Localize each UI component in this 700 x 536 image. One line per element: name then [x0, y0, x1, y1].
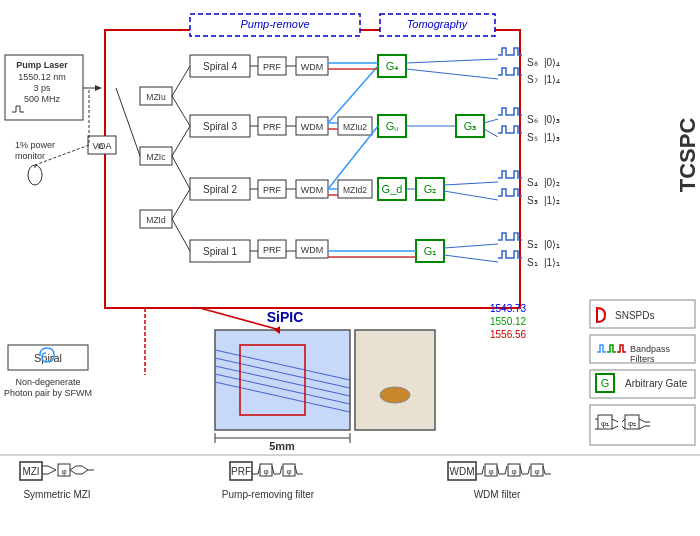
svg-rect-41	[378, 115, 406, 137]
svg-rect-1	[190, 14, 360, 36]
svg-rect-23	[258, 180, 286, 198]
svg-line-156	[639, 426, 645, 429]
svg-text:Spiral 1: Spiral 1	[203, 246, 237, 257]
svg-rect-25	[258, 240, 286, 258]
svg-text:G_d: G_d	[382, 183, 403, 195]
svg-line-115	[116, 88, 140, 156]
svg-text:|1⟩₂: |1⟩₂	[544, 195, 560, 206]
svg-text:Spiral 2: Spiral 2	[203, 184, 237, 195]
svg-line-120	[215, 350, 350, 380]
svg-text:PRF: PRF	[231, 466, 251, 477]
svg-line-121	[215, 358, 350, 388]
svg-line-189	[272, 466, 274, 474]
svg-text:MZIc: MZIc	[147, 152, 167, 162]
svg-line-179	[82, 466, 88, 470]
svg-line-176	[70, 470, 76, 474]
svg-rect-110	[88, 136, 116, 154]
svg-text:S₇: S₇	[527, 74, 538, 85]
svg-line-77	[328, 66, 378, 123]
svg-text:Pump-removing filter: Pump-removing filter	[222, 489, 315, 500]
svg-text:G₂: G₂	[424, 183, 437, 195]
svg-rect-119	[215, 330, 350, 430]
svg-line-194	[295, 466, 297, 474]
svg-text:S₄: S₄	[527, 177, 538, 188]
svg-text:1550.12: 1550.12	[490, 316, 527, 327]
svg-text:Pump-remove: Pump-remove	[240, 18, 309, 30]
svg-rect-183	[230, 462, 252, 480]
svg-line-205	[505, 466, 507, 474]
svg-rect-126	[355, 330, 435, 430]
svg-text:G₄: G₄	[386, 60, 400, 72]
svg-text:SiPIC: SiPIC	[267, 309, 304, 325]
svg-line-86	[406, 59, 498, 63]
svg-text:monitor: monitor	[15, 151, 45, 161]
svg-rect-140	[590, 370, 695, 398]
svg-rect-197	[448, 462, 476, 480]
svg-text:TCSPC: TCSPC	[675, 118, 700, 193]
diagram-container: Pump-remove Tomography Spiral 4 Spiral 3…	[0, 0, 700, 536]
svg-line-80	[328, 126, 378, 189]
svg-text:MZId2: MZId2	[343, 185, 367, 195]
svg-text:PRF: PRF	[263, 62, 282, 72]
svg-text:1556.56: 1556.56	[490, 329, 527, 340]
svg-text:φ₁: φ₁	[601, 419, 609, 428]
svg-line-97	[172, 96, 190, 126]
svg-text:MZIu: MZIu	[146, 92, 166, 102]
svg-rect-187	[260, 464, 272, 476]
svg-line-172	[48, 470, 56, 474]
svg-text:Non-degenerate: Non-degenerate	[15, 377, 80, 387]
svg-text:1550.12 nm: 1550.12 nm	[18, 72, 66, 82]
svg-line-93	[444, 255, 498, 262]
svg-text:MZIu2: MZIu2	[343, 122, 367, 132]
svg-text:MZId: MZId	[146, 215, 166, 225]
svg-rect-147	[625, 415, 639, 429]
svg-rect-0	[105, 30, 520, 308]
svg-rect-39	[378, 55, 406, 77]
svg-rect-15	[140, 147, 172, 165]
svg-line-186	[258, 466, 260, 474]
svg-line-90	[444, 182, 498, 185]
svg-text:|1⟩₃: |1⟩₃	[544, 132, 560, 143]
svg-text:φ: φ	[286, 467, 291, 476]
svg-rect-11	[190, 240, 250, 262]
svg-rect-144	[590, 405, 695, 445]
svg-line-98	[172, 126, 190, 156]
svg-rect-3	[380, 14, 495, 36]
svg-line-203	[497, 466, 499, 474]
svg-line-191	[280, 466, 282, 474]
svg-text:φ: φ	[511, 467, 516, 476]
svg-text:WDM: WDM	[450, 466, 475, 477]
svg-text:Spiral 3: Spiral 3	[203, 121, 237, 132]
svg-point-109	[28, 165, 42, 185]
svg-rect-29	[296, 117, 328, 135]
svg-text:WDM: WDM	[301, 122, 324, 132]
svg-text:G: G	[601, 377, 610, 389]
svg-line-132	[200, 308, 280, 330]
svg-line-87	[406, 69, 498, 79]
svg-rect-206	[508, 464, 520, 476]
svg-text:G₁: G₁	[424, 245, 437, 257]
svg-text:φ: φ	[61, 467, 66, 476]
svg-rect-9	[190, 178, 250, 200]
svg-text:φ₂: φ₂	[628, 419, 636, 428]
svg-line-100	[172, 189, 190, 219]
svg-line-117	[35, 145, 89, 165]
svg-text:MZI: MZI	[22, 466, 39, 477]
svg-text:Gᵤ: Gᵤ	[386, 120, 399, 132]
svg-text:|0⟩₂: |0⟩₂	[544, 177, 560, 188]
svg-rect-17	[140, 210, 172, 228]
svg-rect-27	[296, 57, 328, 75]
svg-text:Filters: Filters	[630, 354, 655, 364]
svg-text:WDM filter: WDM filter	[474, 489, 521, 500]
svg-rect-125	[240, 345, 305, 415]
svg-rect-33	[296, 240, 328, 258]
svg-line-175	[70, 466, 76, 470]
svg-text:|1⟩₄: |1⟩₄	[544, 74, 560, 85]
svg-text:5mm: 5mm	[269, 440, 295, 452]
svg-rect-141	[596, 374, 614, 392]
svg-line-213	[543, 466, 545, 474]
svg-text:S₂: S₂	[527, 239, 538, 250]
svg-text:|1⟩₁: |1⟩₁	[544, 257, 560, 268]
svg-rect-19	[258, 57, 286, 75]
svg-line-124	[215, 382, 350, 412]
